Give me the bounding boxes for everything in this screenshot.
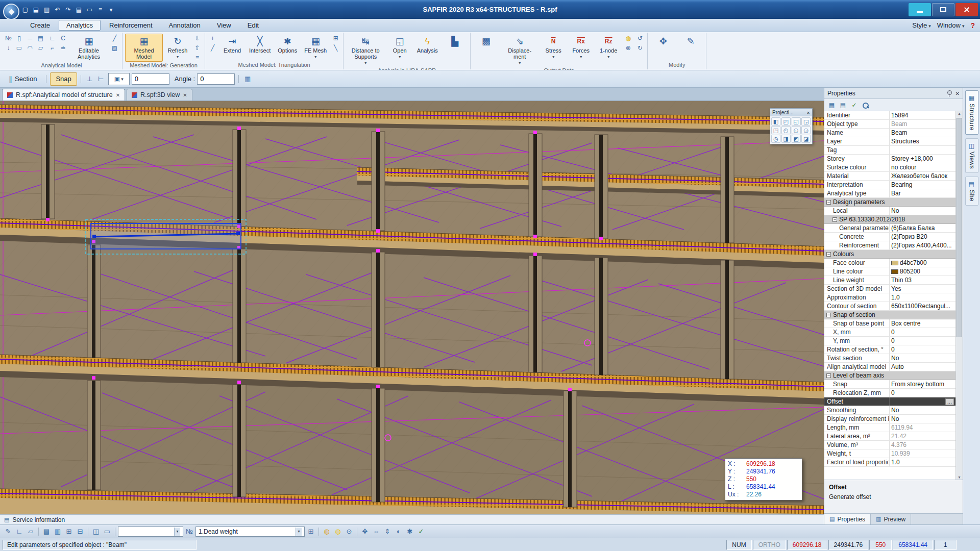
analysis-button[interactable]: ϟ Analysis [414, 34, 440, 56]
load-case-select[interactable]: 1.Dead weight [195, 527, 305, 537]
opening-icon[interactable]: ▱ [36, 43, 45, 52]
screen-icon[interactable]: ▭ [85, 5, 94, 14]
property-value[interactable]: 21.42 [890, 432, 955, 440]
redo-icon[interactable]: ↷ [63, 5, 73, 14]
one-node-button[interactable]: Rz 1-node [596, 34, 621, 61]
property-row[interactable]: Line weightThin 03 [824, 276, 955, 285]
minimize-button[interactable] [909, 3, 931, 16]
menu-tab-annotation[interactable]: Annotation [161, 20, 208, 31]
property-value[interactable]: No [890, 415, 955, 423]
fe-mesh-button[interactable]: ▦ FE Mesh [302, 34, 329, 61]
structural-model-canvas[interactable] [0, 101, 824, 514]
style-menu[interactable]: Style [912, 21, 930, 29]
property-value[interactable]: 1.0 [890, 293, 955, 302]
proj-iso-icon[interactable]: ◧ [771, 117, 780, 126]
properties-scrollbar[interactable] [955, 111, 963, 480]
confirm-icon[interactable]: ✓ [416, 527, 426, 537]
search-icon[interactable] [861, 101, 870, 110]
tab-close-icon[interactable] [183, 91, 187, 98]
pencil-icon[interactable]: ✎ [3, 527, 13, 537]
property-row[interactable]: Factor of load proportion...1.0 [824, 458, 955, 467]
property-row[interactable]: General parameters(6)Балка Балка [824, 224, 955, 233]
property-value[interactable]: d4bc7b00 [890, 259, 955, 267]
proj-plan-icon[interactable]: ◩ [792, 135, 801, 143]
property-row[interactable]: Twist sectionNo [824, 354, 955, 363]
light-bulb-icon[interactable]: ◍ [322, 527, 332, 537]
fit-vertical-icon[interactable]: ⇕ [382, 527, 393, 537]
side-tab-structure[interactable]: ▦Structure [965, 90, 978, 135]
property-value[interactable]: No [890, 207, 955, 215]
property-value[interactable]: 1.0 [890, 458, 955, 466]
property-row[interactable]: LocalNo [824, 207, 955, 215]
property-row[interactable]: MaterialЖелезобетон балок [824, 172, 955, 181]
work-plane-icon[interactable]: ▱ [26, 527, 36, 537]
property-row[interactable]: Align analytical modelAuto [824, 363, 955, 371]
property-value[interactable]: Box centre [890, 319, 955, 328]
maximize-button[interactable] [932, 3, 954, 16]
result-chart-button[interactable]: ▙ [442, 34, 468, 48]
tab-close-icon[interactable] [116, 91, 120, 98]
property-value[interactable]: 15894 [890, 111, 955, 119]
property-value[interactable]: (6)Балка Балка [890, 224, 955, 232]
property-row[interactable]: SmoothingNo [824, 406, 955, 415]
property-row[interactable]: Line colour805200 [824, 267, 955, 276]
property-row[interactable]: Relocation Z, mm0 [824, 389, 955, 397]
property-value[interactable]: Bar [890, 189, 955, 197]
rotate-cw-icon[interactable]: ↻ [635, 43, 645, 52]
stress-button[interactable]: N Stress [541, 34, 566, 61]
menu-tab-create[interactable]: Create [22, 20, 58, 31]
property-value[interactable]: 0 [890, 337, 955, 345]
corner-axes-icon[interactable]: ∟ [47, 34, 57, 42]
property-value[interactable]: Beam [890, 129, 955, 137]
snap-value-input[interactable] [132, 73, 169, 85]
apply-icon[interactable]: ✓ [849, 101, 859, 110]
property-value[interactable]: 0 [890, 328, 955, 336]
property-row[interactable]: Identifier15894 [824, 111, 955, 120]
beam-icon[interactable]: ═ [25, 34, 35, 42]
callout-icon[interactable]: ⊙ [344, 527, 354, 537]
collapse-icon[interactable]: − [826, 313, 831, 317]
snap-align-icon[interactable]: ⊢ [96, 74, 106, 84]
side-tab-she[interactable]: ▤She [965, 177, 978, 206]
property-row[interactable]: Offset… [824, 397, 955, 406]
property-value[interactable]: Storey +18,000 [890, 155, 955, 163]
proj-left-icon[interactable]: ◴ [781, 126, 791, 134]
property-value[interactable]: Structures [890, 137, 955, 145]
collapse-icon[interactable]: − [826, 200, 831, 205]
property-value[interactable]: No [890, 354, 955, 362]
close-button[interactable] [955, 3, 978, 16]
panel-tab-properties[interactable]: ▤Properties [824, 514, 871, 524]
snap-grid-icon[interactable]: ▦ [242, 74, 253, 84]
property-value[interactable]: 10.939 [890, 449, 955, 458]
options-button[interactable]: ✱ Options [275, 34, 300, 56]
proj-3d-icon[interactable]: ◨ [781, 135, 791, 143]
property-row[interactable]: LayerStructures [824, 137, 955, 146]
copy-icon[interactable]: ▤ [74, 5, 84, 14]
mosaic-button[interactable]: ▩ [473, 34, 499, 48]
settings-icon[interactable]: ✱ [405, 527, 415, 537]
fit-horizontal-icon[interactable]: ⇔ [371, 527, 381, 537]
property-value[interactable]: Железобетон балок [890, 172, 955, 180]
ortho-angle-icon[interactable]: ∟ [14, 527, 24, 537]
property-row[interactable]: Face colourd4bc7b00 [824, 259, 955, 267]
proj-top-icon[interactable]: ◰ [781, 117, 791, 126]
property-value[interactable]: (2)Гориз B20 [890, 233, 955, 241]
mesh-import-icon[interactable]: ⇩ [192, 34, 202, 42]
extend-button[interactable]: ⇥ Extend [219, 34, 245, 56]
property-row[interactable]: Tag [824, 146, 955, 155]
property-row[interactable]: Surface colourno colour [824, 163, 955, 172]
edit-button[interactable]: ✎ [678, 34, 703, 48]
property-value[interactable]: 0 [890, 345, 955, 354]
menu-tab-edit[interactable]: Edit [240, 20, 266, 31]
property-section-row[interactable]: −Design parameters [824, 198, 955, 207]
collapse-icon[interactable]: − [826, 373, 831, 378]
snap-button[interactable]: Snap [50, 72, 77, 86]
shaded-icon[interactable]: ▥ [53, 527, 63, 537]
mesh-export-icon[interactable]: ⇧ [192, 43, 202, 52]
proj-right-icon[interactable]: ◲ [801, 117, 811, 126]
property-value[interactable]: 6119.94 [890, 423, 955, 432]
highlight-bulb-icon[interactable]: ◍ [333, 527, 343, 537]
offset-line-icon[interactable]: ⌐ [47, 43, 57, 52]
property-section-row[interactable]: −Colours [824, 250, 955, 259]
document-tab[interactable]: R.spf:3D view [127, 89, 192, 101]
